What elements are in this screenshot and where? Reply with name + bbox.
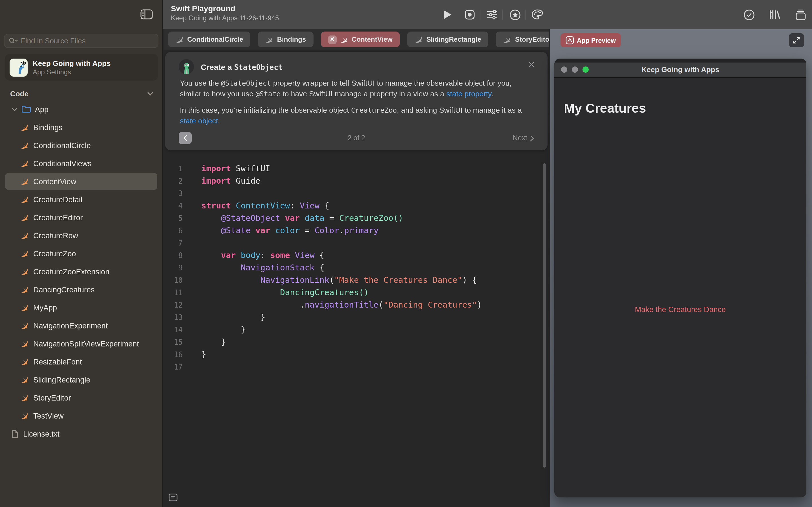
swift-file-icon xyxy=(20,249,29,258)
tree-item-navigationsplitviewexperiment[interactable]: NavigationSplitViewExperiment xyxy=(0,335,162,353)
editor-scrollbar[interactable] xyxy=(543,163,546,467)
expand-icon[interactable] xyxy=(789,33,804,47)
code-line: 12 .navigationTitle("Dancing Creatures") xyxy=(163,298,549,311)
chevron-down-icon xyxy=(12,107,17,111)
swift-file-icon xyxy=(20,339,29,348)
code-line: 4struct ContentView: View { xyxy=(163,200,549,212)
document-icon xyxy=(11,430,18,438)
toolbar-separator xyxy=(502,10,503,20)
swift-file-icon xyxy=(20,321,29,330)
tree-item-creaturezoo[interactable]: CreatureZoo xyxy=(0,244,162,263)
tab-conditionalcircle[interactable]: ConditionalCircle xyxy=(168,32,251,47)
swift-file-icon xyxy=(175,35,184,44)
line-number: 2 xyxy=(163,177,183,185)
tree-item-creatureeditor[interactable]: CreatureEditor xyxy=(0,209,162,226)
app-card-title: Keep Going with Apps xyxy=(33,59,110,68)
source-code[interactable]: 1import SwiftUI2import Guide34struct Con… xyxy=(163,162,549,373)
code-text: } xyxy=(201,313,265,322)
glossary-link[interactable]: state object xyxy=(180,116,218,125)
close-tab-icon[interactable]: ✕ xyxy=(328,35,336,44)
code-line: 6 @State var color = Color.primary xyxy=(163,224,549,237)
code-line: 16} xyxy=(163,348,549,360)
close-window-button[interactable] xyxy=(561,66,567,73)
minimize-window-button[interactable] xyxy=(572,66,578,73)
line-number: 11 xyxy=(163,288,183,297)
search-input[interactable]: Find in Source Files xyxy=(4,34,158,48)
app-preview-badge[interactable]: App Preview xyxy=(560,33,621,47)
code-text: } xyxy=(201,350,206,359)
library-icon[interactable] xyxy=(768,8,781,21)
tree-item-conditionalcircle[interactable]: ConditionalCircle xyxy=(0,136,162,154)
line-number: 14 xyxy=(163,325,183,334)
code-text: NavigationLink("Make the Creatures Dance… xyxy=(201,276,477,284)
star-circle-icon[interactable] xyxy=(508,8,522,21)
tree-item-label: MyApp xyxy=(33,303,57,312)
swift-file-icon xyxy=(20,195,29,204)
swift-file-icon xyxy=(20,303,29,312)
tree-item-label: CreatureZooExtension xyxy=(33,267,109,276)
tree-item-license[interactable]: License.txt xyxy=(0,425,162,443)
inline-code: @State xyxy=(255,90,281,98)
window-stack-icon[interactable] xyxy=(794,8,808,21)
tree-item-slidingrectangle[interactable]: SlidingRectangle xyxy=(0,371,162,389)
tree-item-conditionalviews[interactable]: ConditionalViews xyxy=(0,154,162,172)
inspector-sliders-icon[interactable] xyxy=(486,8,499,21)
glossary-link[interactable]: state property xyxy=(446,89,491,98)
app-settings-card[interactable]: Keep Going with Apps App Settings xyxy=(5,54,158,80)
tab-slidingrectangle[interactable]: SlidingRectangle xyxy=(407,32,489,47)
tab-storyeditor[interactable]: StoryEditor xyxy=(496,32,549,47)
tree-item-creaturezooextension[interactable]: CreatureZooExtension xyxy=(0,263,162,281)
code-editor-pane: ConditionalCircleBindings✕ContentViewSli… xyxy=(163,29,549,507)
tree-folder-app[interactable]: App xyxy=(0,100,162,118)
tree-item-navigationexperiment[interactable]: NavigationExperiment xyxy=(0,317,162,335)
code-text: struct ContentView: View { xyxy=(201,201,329,210)
tree-item-label: CreatureEditor xyxy=(33,213,83,222)
app-preview-label: App Preview xyxy=(577,37,616,44)
navigation-link[interactable]: Make the Creatures Dance xyxy=(554,305,806,314)
code-section-header[interactable]: Code xyxy=(10,90,153,98)
tree-item-label: License.txt xyxy=(23,430,59,438)
close-icon[interactable]: ✕ xyxy=(528,60,535,70)
tree-item-label: SlidingRectangle xyxy=(33,376,91,384)
file-tree: App BindingsConditionalCircleConditional… xyxy=(0,100,162,443)
tree-item-creaturedetail[interactable]: CreatureDetail xyxy=(0,190,162,209)
toolbar-separator xyxy=(480,10,480,20)
check-circle-icon[interactable] xyxy=(742,8,756,21)
zoom-window-button[interactable] xyxy=(582,66,589,73)
window-top-cap xyxy=(554,59,806,62)
stop-button[interactable] xyxy=(463,8,476,21)
tree-item-label: StoryEditor xyxy=(33,393,71,402)
console-icon[interactable] xyxy=(168,494,177,501)
tree-item-label: NavigationSplitViewExperiment xyxy=(33,339,139,348)
tree-item-myapp[interactable]: MyApp xyxy=(0,298,162,317)
line-number: 8 xyxy=(163,251,183,260)
tab-contentview[interactable]: ✕ContentView xyxy=(320,32,400,47)
tree-item-label: TestView xyxy=(33,411,64,420)
tree-item-dancingcreatures[interactable]: DancingCreatures xyxy=(0,281,162,298)
app-card-subtitle: App Settings xyxy=(33,68,110,76)
palette-icon[interactable] xyxy=(530,8,544,21)
swift-file-icon xyxy=(20,159,29,168)
guide-text: . xyxy=(218,116,220,125)
tree-item-label: CreatureDetail xyxy=(33,195,82,204)
code-line: 17 xyxy=(163,360,549,373)
tree-item-bindings[interactable]: Bindings xyxy=(0,118,162,136)
tree-item-label: ContentView xyxy=(33,177,77,186)
run-button[interactable] xyxy=(441,8,454,21)
tab-bindings[interactable]: Bindings xyxy=(258,32,313,47)
tree-item-creaturerow[interactable]: CreatureRow xyxy=(0,226,162,244)
tree-item-label: Bindings xyxy=(33,123,63,131)
code-line: 11 DancingCreatures() xyxy=(163,286,549,298)
line-number: 10 xyxy=(163,276,183,284)
swift-file-icon xyxy=(20,123,29,131)
toolbar-separator xyxy=(525,10,525,20)
guide-title: Create a StateObject xyxy=(201,62,283,71)
tree-item-testview[interactable]: TestView xyxy=(0,407,162,425)
sidebar-toggle-icon[interactable] xyxy=(140,8,153,20)
search-icon xyxy=(8,37,18,45)
tree-item-storyeditor[interactable]: StoryEditor xyxy=(0,389,162,407)
tree-item-resizablefont[interactable]: ResizableFont xyxy=(0,353,162,371)
swift-file-icon xyxy=(20,357,29,366)
line-number: 7 xyxy=(163,238,183,247)
tree-item-contentview[interactable]: ContentView xyxy=(0,172,162,190)
